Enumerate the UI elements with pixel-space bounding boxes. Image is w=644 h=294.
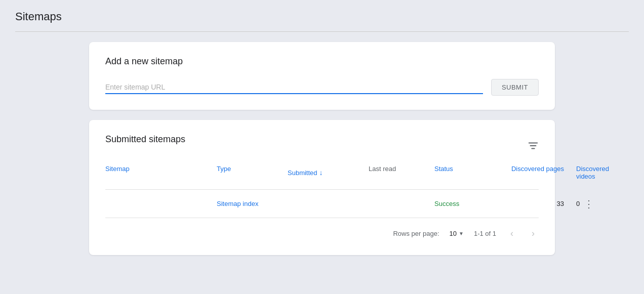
submitted-sitemaps-card: Submitted sitemaps Sitemap Type Submitte… xyxy=(89,120,555,255)
divider xyxy=(15,31,629,32)
pagination-row: Rows per page: 10 ▼ 1-1 of 1 ‹ › xyxy=(105,218,539,241)
table-row: Sitemap index Success 33 0 ⋮ xyxy=(105,190,539,218)
dropdown-arrow-icon: ▼ xyxy=(459,231,464,236)
cell-status: Success xyxy=(434,196,495,212)
page-wrapper: Sitemaps Add a new sitemap SUBMIT Submit… xyxy=(0,0,644,275)
sitemap-url-input[interactable] xyxy=(105,81,483,94)
col-discovered-pages: Discovered pages xyxy=(495,161,576,184)
table-header: Sitemap Type Submitted ↓ Last read Statu… xyxy=(105,161,539,190)
col-submitted[interactable]: Submitted ↓ xyxy=(288,161,369,184)
next-page-button[interactable]: › xyxy=(528,226,539,241)
cell-submitted xyxy=(288,200,369,208)
card-header-row: Submitted sitemaps xyxy=(105,134,539,157)
row-more-button[interactable]: ⋮ xyxy=(582,196,596,212)
sort-arrow-icon: ↓ xyxy=(319,169,323,177)
col-status: Status xyxy=(434,161,495,184)
page-info: 1-1 of 1 xyxy=(474,230,496,237)
col-type: Type xyxy=(217,161,288,184)
col-discovered-videos: Discovered videos xyxy=(576,161,596,184)
cell-last-read xyxy=(369,200,434,208)
rows-per-page-select[interactable]: 10 ▼ xyxy=(450,230,464,237)
rows-per-page-label: Rows per page: xyxy=(393,230,439,237)
submit-button[interactable]: SUBMIT xyxy=(491,79,539,96)
add-sitemap-row: SUBMIT xyxy=(105,79,539,96)
add-sitemap-card: Add a new sitemap SUBMIT xyxy=(89,42,555,110)
rows-per-page-value: 10 xyxy=(450,230,457,237)
filter-icon[interactable] xyxy=(528,140,539,151)
col-sitemap: Sitemap xyxy=(105,161,217,184)
page-title: Sitemaps xyxy=(15,10,629,23)
cell-discovered-videos: 0 xyxy=(576,196,580,212)
sitemaps-table: Sitemap Type Submitted ↓ Last read Statu… xyxy=(105,161,539,241)
col-last-read: Last read xyxy=(369,161,434,184)
submitted-sitemaps-title: Submitted sitemaps xyxy=(105,134,185,145)
cell-sitemap xyxy=(105,200,217,208)
prev-page-button[interactable]: ‹ xyxy=(506,226,517,241)
cell-discovered-pages: 33 xyxy=(495,196,576,212)
cell-type: Sitemap index xyxy=(217,196,288,212)
add-sitemap-title: Add a new sitemap xyxy=(105,56,539,67)
